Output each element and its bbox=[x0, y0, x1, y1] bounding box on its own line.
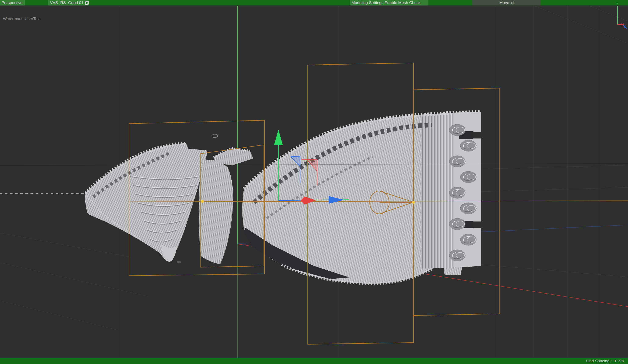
screw-hole bbox=[449, 124, 465, 136]
status-bar: Grid Spacing : 10 cm bbox=[0, 358, 628, 364]
active-tool-label: Move bbox=[499, 0, 509, 5]
fan-tip-hole bbox=[177, 261, 181, 263]
axis-y-label: Y bbox=[616, 1, 619, 6]
deformer-handle-dot[interactable] bbox=[412, 201, 415, 204]
axis-orientation-indicator[interactable]: Y X Z bbox=[608, 0, 628, 32]
view-menu-label: Perspective bbox=[1, 0, 22, 5]
active-tool-segment[interactable]: Move ◁ bbox=[472, 0, 541, 5]
axis-x-label: X bbox=[621, 23, 624, 27]
screw-hole bbox=[449, 218, 465, 230]
screw-hole bbox=[449, 187, 465, 198]
scene-state-icon bbox=[85, 1, 89, 5]
scene-name-label: VVS_RS_Good.01 bbox=[50, 0, 83, 5]
object-origin-handle[interactable] bbox=[201, 200, 204, 203]
scene-name-segment[interactable]: VVS_RS_Good.01 bbox=[48, 0, 88, 5]
status-message: Modeling Settings.Enable Mesh Check bbox=[350, 0, 428, 5]
screw-hole bbox=[449, 156, 465, 167]
watermark-text: Watermark: UserText bbox=[3, 16, 41, 21]
viewport-canvas[interactable] bbox=[0, 0, 628, 364]
view-menu-perspective[interactable]: Perspective bbox=[0, 0, 25, 5]
tool-triangle-icon: ◁ bbox=[510, 0, 513, 5]
screw-hole bbox=[449, 250, 465, 261]
axis-z-label: Z bbox=[624, 24, 627, 28]
grid-spacing-label: Grid Spacing : 10 cm bbox=[586, 359, 628, 363]
viewport-toolbar: Perspective VVS_RS_Good.01 Modeling Sett… bbox=[0, 0, 628, 6]
screw-hole bbox=[460, 234, 476, 245]
screw-hole bbox=[460, 203, 476, 214]
screw-hole bbox=[460, 140, 476, 151]
status-message-label: Modeling Settings.Enable Mesh Check bbox=[351, 0, 420, 5]
block-rib-zone bbox=[421, 112, 453, 269]
screw-hole bbox=[460, 171, 476, 183]
